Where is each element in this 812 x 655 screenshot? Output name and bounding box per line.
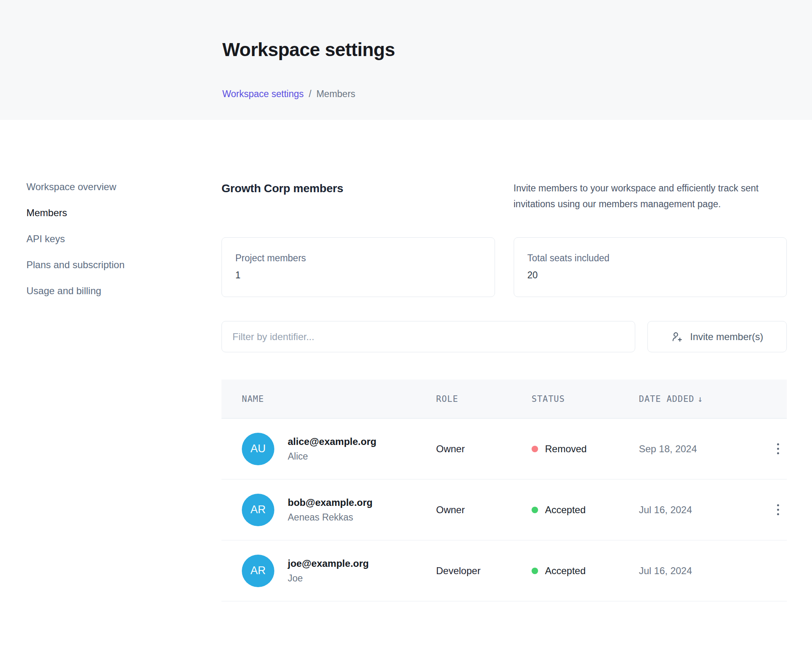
member-name: Aeneas Rekkas [288,512,373,523]
row-actions-cell [765,500,787,519]
stat-value: 1 [235,270,481,281]
column-header-status: STATUS [532,394,639,404]
invite-members-button[interactable]: Invite member(s) [647,321,787,352]
stat-label: Project members [235,253,481,264]
members-toolbar: Invite member(s) [221,321,787,352]
stat-cards: Project members 1 Total seats included 2… [221,237,787,297]
row-actions-cell [765,439,787,458]
member-email: bob@example.org [288,497,373,508]
sidebar-item-workspace-overview[interactable]: Workspace overview [26,182,221,192]
member-email: joe@example.org [288,558,369,569]
member-status-cell: Accepted [532,504,639,516]
member-status-cell: Removed [532,443,639,455]
member-identity-cell: AU alice@example.org Alice [242,433,436,465]
section-header: Growth Corp members Invite members to yo… [221,182,787,212]
section-heading: Growth Corp members [221,182,495,212]
member-identity-cell: AR joe@example.org Joe [242,555,436,587]
table-row: AR joe@example.org Joe Developer Accepte… [221,540,787,601]
sidebar-item-members[interactable]: Members [26,208,221,218]
row-menu-button[interactable] [773,439,783,458]
members-page: Growth Corp members Invite members to yo… [221,120,812,601]
member-role: Owner [436,504,532,516]
breadcrumb-separator: / [309,89,311,99]
member-name: Alice [288,451,376,462]
member-status: Accepted [545,565,586,577]
avatar: AU [242,433,274,465]
row-menu-button[interactable] [773,500,783,519]
stat-label: Total seats included [528,253,773,264]
table-header-row: NAME ROLE STATUS DATE ADDED↓ [221,380,787,419]
avatar: AR [242,555,274,587]
column-header-date-added[interactable]: DATE ADDED↓ [639,394,765,404]
filter-input[interactable] [221,321,635,352]
sort-descending-icon: ↓ [697,394,703,404]
page-title: Workspace settings [222,39,812,61]
column-header-name: NAME [242,394,436,404]
breadcrumb-current: Members [316,89,355,99]
content-layout: Workspace overview Members API keys Plan… [0,120,812,601]
member-status-cell: Accepted [532,565,639,577]
member-email: alice@example.org [288,436,376,447]
members-table: NAME ROLE STATUS DATE ADDED↓ AU alice@ex… [221,380,787,601]
member-status: Removed [545,443,587,455]
member-date-added: Jul 16, 2024 [639,565,765,577]
member-date-added: Sep 18, 2024 [639,443,765,455]
sidebar-item-usage-and-billing[interactable]: Usage and billing [26,286,221,296]
status-dot [532,568,538,574]
status-dot [532,507,538,513]
member-role: Owner [436,443,532,455]
member-name: Joe [288,573,369,584]
sidebar-item-plans-and-subscription[interactable]: Plans and subscription [26,260,221,270]
breadcrumb-link-workspace-settings[interactable]: Workspace settings [222,89,304,99]
stat-value: 20 [528,270,773,281]
table-row: AR bob@example.org Aeneas Rekkas Owner A… [221,479,787,540]
table-row: AU alice@example.org Alice Owner Removed… [221,419,787,479]
member-role: Developer [436,565,532,577]
member-date-added: Jul 16, 2024 [639,504,765,516]
sidebar-item-api-keys[interactable]: API keys [26,234,221,244]
person-plus-icon [671,331,683,343]
avatar: AR [242,494,274,526]
column-header-role: ROLE [436,394,532,404]
member-status: Accepted [545,504,586,516]
settings-sidebar: Workspace overview Members API keys Plan… [0,120,221,601]
stat-card-total-seats: Total seats included 20 [514,237,787,297]
breadcrumb: Workspace settings / Members [222,89,812,100]
section-description: Invite members to your workspace and eff… [514,180,770,212]
status-dot [532,446,538,452]
member-identity-cell: AR bob@example.org Aeneas Rekkas [242,494,436,526]
stat-card-project-members: Project members 1 [221,237,495,297]
page-header: Workspace settings Workspace settings / … [0,0,812,120]
invite-members-label: Invite member(s) [690,331,763,343]
